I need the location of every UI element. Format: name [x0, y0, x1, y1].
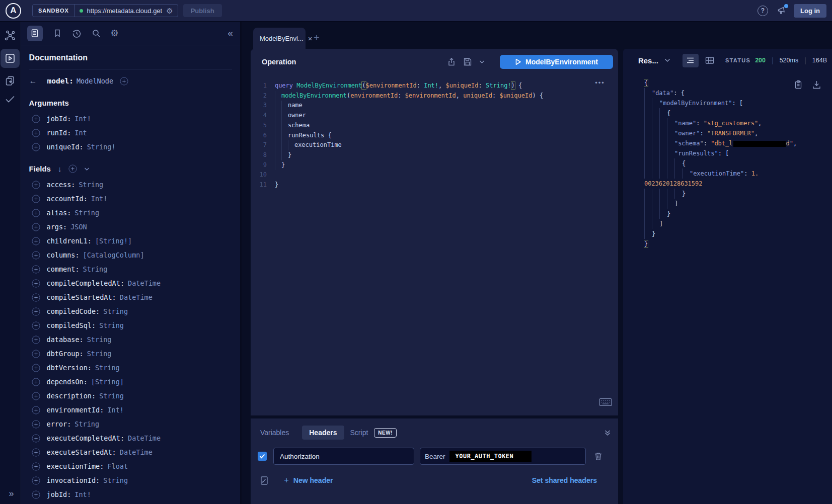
add-field-to-query-button[interactable]	[32, 251, 40, 260]
field-type-link[interactable]: Int!	[74, 490, 91, 498]
search-icon[interactable]	[92, 29, 101, 38]
field-name[interactable]: access:	[47, 181, 75, 189]
rail-item-checks[interactable]	[4, 93, 16, 105]
field-type-link[interactable]: String	[87, 350, 112, 358]
add-field-to-query-button[interactable]	[32, 115, 40, 123]
collapse-request-panel-icon[interactable]	[604, 429, 611, 436]
breadcrumb-type-link[interactable]: ModelNode	[77, 77, 113, 85]
sort-fields-icon[interactable]: ↓	[58, 164, 62, 173]
code-line[interactable]: 3name	[251, 101, 618, 111]
add-field-to-query-button[interactable]	[32, 392, 40, 400]
save-operation-icon[interactable]	[463, 57, 472, 66]
add-field-to-query-button[interactable]	[32, 265, 40, 274]
download-response-icon[interactable]	[812, 80, 821, 89]
field-type-link[interactable]: String	[103, 476, 128, 484]
code-line[interactable]: 8}	[251, 150, 618, 160]
field-name[interactable]: columns:	[47, 251, 80, 259]
field-name[interactable]: uniqueId:	[47, 143, 84, 151]
field-type-link[interactable]: DateTime	[120, 448, 153, 456]
documentation-tab-icon[interactable]	[27, 26, 43, 41]
field-name[interactable]: compileCompletedAt:	[47, 279, 124, 287]
endpoint-url-box[interactable]: https://metadata.cloud.get ⚙	[75, 5, 178, 17]
copy-response-icon[interactable]	[794, 80, 802, 89]
help-icon[interactable]: ?	[758, 6, 768, 16]
add-field-to-query-button[interactable]	[32, 181, 40, 189]
field-name[interactable]: compileStartedAt:	[47, 293, 116, 301]
settings-gear-icon[interactable]: ⚙	[111, 29, 119, 38]
code-line[interactable]: 4owner	[251, 111, 618, 121]
field-name[interactable]: jobId:	[47, 115, 71, 123]
field-type-link[interactable]: String	[83, 265, 108, 273]
run-operation-button[interactable]: ModelByEnvironment	[500, 55, 613, 69]
field-name[interactable]: accountId:	[47, 195, 88, 203]
code-line[interactable]: 9}	[251, 160, 618, 171]
field-type-link[interactable]: String	[99, 392, 124, 400]
rail-item-explorer-active[interactable]	[1, 49, 20, 68]
field-name[interactable]: executionTime:	[47, 462, 104, 470]
response-body[interactable]: {"data": {"modelByEnvironment": [{"name"…	[623, 72, 832, 504]
field-name[interactable]: comment:	[47, 265, 80, 273]
add-field-to-query-button[interactable]	[32, 129, 40, 137]
fields-options-chevron-icon[interactable]	[84, 167, 90, 171]
field-type-link[interactable]: DateTime	[120, 293, 153, 301]
field-type-link[interactable]: String	[74, 209, 99, 217]
field-type-link[interactable]: String!	[87, 143, 116, 151]
new-tab-button[interactable]: +	[314, 33, 320, 43]
code-line[interactable]: 2modelByEnvironment(environmentId: $envi…	[251, 91, 618, 101]
add-field-to-query-button[interactable]	[32, 195, 40, 203]
add-field-to-query-button[interactable]	[32, 237, 40, 245]
endpoint-url[interactable]: https://metadata.cloud.get	[87, 7, 163, 15]
field-type-link[interactable]: [String]	[91, 378, 124, 386]
add-type-to-query-button[interactable]	[120, 77, 128, 86]
field-name[interactable]: runId:	[47, 129, 71, 137]
field-type-link[interactable]: Int!	[74, 115, 91, 123]
edit-headers-document-icon[interactable]	[260, 476, 269, 485]
field-name[interactable]: environmentId:	[47, 406, 104, 414]
bookmarks-icon[interactable]	[53, 29, 62, 38]
add-field-to-query-button[interactable]	[32, 462, 40, 471]
field-name[interactable]: args:	[47, 223, 67, 231]
field-type-link[interactable]: String	[74, 420, 99, 428]
add-field-to-query-button[interactable]	[32, 335, 40, 344]
add-field-to-query-button[interactable]	[32, 476, 40, 485]
add-field-to-query-button[interactable]	[32, 378, 40, 386]
add-field-to-query-button[interactable]	[32, 420, 40, 429]
tab-variables[interactable]: Variables	[260, 429, 289, 437]
code-line[interactable]: 7executionTime	[251, 140, 618, 150]
publish-button[interactable]: Publish	[183, 4, 222, 17]
set-shared-headers-link[interactable]: Set shared headers	[532, 476, 597, 484]
share-operation-icon[interactable]	[447, 57, 456, 66]
save-options-chevron-icon[interactable]	[479, 60, 485, 64]
new-header-button[interactable]: + New header	[284, 475, 333, 485]
announcements-megaphone-icon[interactable]	[777, 6, 787, 16]
field-name[interactable]: alias:	[47, 209, 71, 217]
add-field-to-query-button[interactable]	[32, 448, 40, 457]
field-type-link[interactable]: Int	[74, 129, 87, 137]
add-field-to-query-button[interactable]	[32, 223, 40, 231]
tab-script[interactable]: Script	[350, 429, 368, 437]
back-arrow-icon[interactable]: ←	[29, 76, 37, 86]
history-icon[interactable]	[72, 29, 82, 38]
field-type-link[interactable]: String	[79, 181, 103, 189]
field-type-link[interactable]: [CatalogColumn]	[83, 251, 144, 259]
field-type-link[interactable]: String	[87, 335, 112, 344]
formatted-view-toggle-icon[interactable]	[683, 54, 699, 67]
header-value-input[interactable]: Bearer YOUR_AUTH_TOKEN	[420, 448, 586, 465]
add-all-fields-button[interactable]	[68, 164, 77, 173]
add-field-to-query-button[interactable]	[32, 143, 40, 151]
field-name[interactable]: dependsOn:	[47, 378, 88, 386]
endpoint-settings-gear-icon[interactable]: ⚙	[166, 7, 173, 15]
field-name[interactable]: compiledCode:	[47, 307, 100, 315]
tab-headers-active[interactable]: Headers	[302, 426, 344, 440]
field-name[interactable]: invocationId:	[47, 476, 100, 484]
add-field-to-query-button[interactable]	[32, 293, 40, 302]
field-type-link[interactable]: String	[103, 307, 128, 315]
collapse-panel-icon[interactable]: «	[228, 28, 233, 39]
header-enabled-checkbox[interactable]	[258, 452, 267, 461]
doc-scroll-area[interactable]: Documentation ← model: ModelNode Argumen…	[21, 45, 240, 504]
add-field-to-query-button[interactable]	[32, 321, 40, 330]
field-type-link[interactable]: Int!	[91, 195, 108, 203]
field-name[interactable]: jobId:	[47, 490, 71, 498]
code-line[interactable]: 10	[251, 170, 618, 180]
add-field-to-query-button[interactable]	[32, 307, 40, 316]
